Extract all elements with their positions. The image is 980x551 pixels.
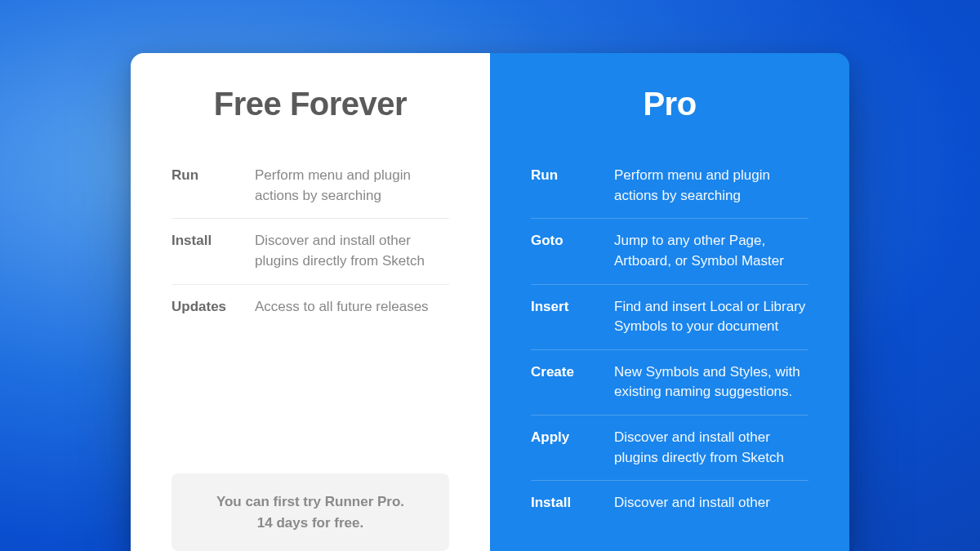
feature-name: Goto <box>531 231 604 271</box>
feature-desc: Discover and install other <box>614 493 770 513</box>
trial-line-2: 14 days for free. <box>188 513 433 534</box>
feature-desc: Access to all future releases <box>255 297 429 318</box>
feature-row: Run Perform menu and plugin actions by s… <box>531 153 808 219</box>
feature-name: Run <box>172 166 245 206</box>
feature-name: Updates <box>172 297 245 318</box>
pro-panel: Pro Run Perform menu and plugin actions … <box>490 53 849 551</box>
feature-name: Run <box>531 166 604 206</box>
free-title: Free Forever <box>172 86 449 122</box>
feature-desc: Find and insert Local or Library Symbols… <box>614 297 808 337</box>
pro-title: Pro <box>531 86 808 122</box>
free-feature-list: Run Perform menu and plugin actions by s… <box>172 153 449 329</box>
feature-row: Install Discover and install other <box>531 481 808 526</box>
feature-desc: Perform menu and plugin actions by searc… <box>255 166 449 206</box>
feature-row: Insert Find and insert Local or Library … <box>531 285 808 350</box>
feature-desc: New Symbols and Styles, with existing na… <box>614 362 808 402</box>
feature-row: Run Perform menu and plugin actions by s… <box>172 153 449 219</box>
feature-row: Install Discover and install other plugi… <box>172 219 449 284</box>
feature-row: Goto Jump to any other Page, Artboard, o… <box>531 219 808 284</box>
feature-name: Create <box>531 362 604 402</box>
feature-desc: Discover and install other plugins direc… <box>614 428 808 468</box>
feature-name: Insert <box>531 297 604 337</box>
feature-desc: Perform menu and plugin actions by searc… <box>614 166 808 206</box>
trial-callout: You can first try Runner Pro. 14 days fo… <box>172 473 449 551</box>
feature-name: Apply <box>531 428 604 468</box>
feature-name: Install <box>531 493 604 513</box>
pro-feature-list: Run Perform menu and plugin actions by s… <box>531 153 808 526</box>
free-panel: Free Forever Run Perform menu and plugin… <box>131 53 490 551</box>
feature-desc: Jump to any other Page, Artboard, or Sym… <box>614 231 808 271</box>
feature-name: Install <box>172 231 245 271</box>
feature-row: Apply Discover and install other plugins… <box>531 415 808 481</box>
feature-row: Create New Symbols and Styles, with exis… <box>531 350 808 415</box>
feature-desc: Discover and install other plugins direc… <box>255 231 449 271</box>
feature-row: Updates Access to all future releases <box>172 285 449 330</box>
pricing-card: Free Forever Run Perform menu and plugin… <box>131 53 849 551</box>
trial-line-1: You can first try Runner Pro. <box>188 491 433 513</box>
